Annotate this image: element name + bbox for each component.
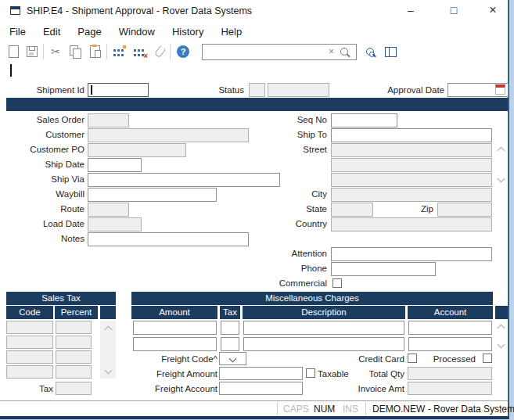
freight-amount-input[interactable] (219, 367, 303, 380)
search-input[interactable] (204, 45, 332, 59)
toolbar-separator (43, 44, 44, 59)
processed-checkbox[interactable] (483, 354, 492, 363)
waybill-input[interactable] (88, 188, 217, 202)
country-label: Country (247, 219, 327, 228)
search-icon[interactable] (340, 48, 348, 56)
copy-icon (70, 45, 78, 56)
credit-card-label: Credit Card (329, 354, 404, 364)
menu-history[interactable]: History (164, 23, 212, 40)
phone-input[interactable] (331, 262, 436, 276)
layout-button[interactable] (383, 44, 398, 59)
misc-col-account: Account (408, 306, 493, 319)
maximize-button[interactable]: □ (437, 0, 471, 22)
approval-date-label: Approval Date (366, 85, 444, 95)
ship-date-input[interactable] (88, 158, 142, 172)
ship-to-input[interactable] (331, 128, 492, 142)
menu-edit[interactable]: Edit (34, 23, 69, 40)
misc-description-cell[interactable] (243, 337, 404, 351)
menu-file[interactable]: File (1, 23, 34, 40)
commercial-label: Commercial (247, 278, 327, 288)
window-title: SHIP.E4 - Shipment Approval - Rover Data… (27, 5, 252, 16)
notes-label: Notes (6, 234, 84, 243)
misc-charges-title: Miscellaneous Charges (131, 292, 493, 305)
sales-tax-scrollbar[interactable] (100, 321, 116, 379)
sales-tax-percent-cell (56, 365, 92, 379)
save-button[interactable] (24, 44, 40, 59)
scroll-down-icon[interactable] (105, 367, 113, 375)
new-document-icon (9, 45, 19, 58)
notes-input[interactable] (88, 232, 249, 246)
misc-account-cell[interactable] (408, 337, 492, 351)
calendar-icon[interactable] (495, 84, 505, 95)
taxable-checkbox[interactable] (306, 368, 315, 378)
paste-button[interactable] (87, 44, 102, 59)
layout-icon (385, 47, 397, 57)
load-date-label: Load Date (6, 219, 84, 228)
toolbar: ✂ × ? × (0, 41, 508, 62)
status-separator (365, 402, 366, 415)
misc-amount-cell[interactable] (133, 321, 217, 335)
copy-button[interactable] (67, 44, 83, 59)
lookup-button[interactable] (362, 44, 378, 59)
shipment-id-input[interactable] (88, 83, 149, 97)
resize-grip[interactable] (499, 407, 506, 415)
misc-scroll-down-icon[interactable] (498, 341, 505, 349)
city-label: City (247, 189, 327, 199)
customer-field (88, 128, 249, 142)
menu-help[interactable]: Help (212, 23, 250, 40)
seq-no-label: Seq No (247, 115, 327, 124)
customer-po-field (88, 143, 186, 157)
save-icon (27, 46, 38, 57)
attach-button[interactable] (152, 44, 167, 59)
sales-tax-col-code: Code (6, 306, 53, 319)
status-text-field (268, 83, 329, 97)
cut-button[interactable]: ✂ (48, 44, 63, 59)
sales-tax-code-cell (6, 336, 53, 349)
street-scroll-down-icon[interactable] (498, 175, 505, 183)
attention-label: Attention (247, 249, 327, 258)
minimize-button[interactable]: – (394, 0, 428, 22)
misc-description-cell[interactable] (243, 321, 404, 335)
street-scroll-up-icon[interactable] (498, 147, 505, 155)
lookup-eye-icon (366, 48, 374, 56)
ship-via-input[interactable] (88, 173, 280, 187)
credit-card-checkbox[interactable] (408, 354, 417, 363)
insert-rows-button[interactable] (111, 44, 127, 59)
freight-code-dropdown[interactable] (219, 352, 246, 365)
street-field-3 (331, 173, 492, 187)
menu-page[interactable]: Page (69, 23, 110, 40)
title-bar[interactable]: SHIP.E4 - Shipment Approval - Rover Data… (0, 0, 508, 22)
new-document-button[interactable] (5, 44, 21, 59)
zip-field (437, 203, 492, 217)
scroll-up-icon[interactable] (105, 326, 113, 334)
misc-col-description: Description (243, 306, 405, 319)
status-separator (277, 402, 278, 415)
customer-label: Customer (6, 130, 84, 139)
menu-window[interactable]: Window (110, 23, 164, 40)
route-field (88, 203, 129, 217)
help-button[interactable]: ? (175, 44, 191, 59)
toolbar-separator (106, 44, 107, 59)
status-code-field (249, 83, 265, 97)
misc-amount-cell[interactable] (133, 337, 217, 351)
waybill-label: Waybill (6, 189, 84, 199)
total-qty-label: Total Qty (329, 369, 404, 379)
close-button[interactable]: × (476, 0, 510, 22)
freight-code-label: Freight Code^ (125, 354, 217, 364)
delete-rows-button[interactable]: × (131, 44, 147, 59)
misc-scroll-up-icon[interactable] (498, 325, 505, 332)
misc-tax-cell[interactable] (221, 321, 239, 335)
commercial-checkbox[interactable] (332, 278, 342, 288)
sales-tax-percent-cell (56, 321, 92, 334)
invoice-amt-label: Invoice Amt (329, 384, 404, 393)
status-label: Status (196, 85, 244, 95)
freight-account-input[interactable] (219, 382, 303, 395)
num-indicator: NUM (314, 404, 335, 415)
misc-tax-cell[interactable] (221, 337, 239, 351)
seq-no-input[interactable] (331, 113, 397, 127)
sales-tax-percent-cell (56, 336, 92, 349)
misc-account-cell[interactable] (408, 321, 492, 335)
clear-search-icon[interactable]: × (329, 46, 334, 57)
attention-input[interactable] (331, 247, 492, 261)
misc-col-tax: Tax (220, 306, 240, 319)
